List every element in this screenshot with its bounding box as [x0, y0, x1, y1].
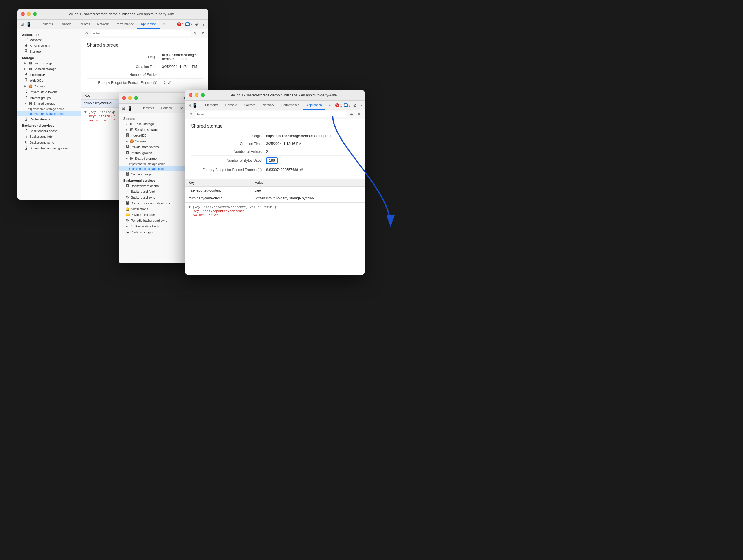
sidebar-bg-fetch[interactable]: ↑ Background fetch	[17, 134, 81, 139]
section-app-label-1: Application	[17, 31, 81, 37]
sidebar-service-workers[interactable]: ⚙ Service workers	[17, 43, 81, 49]
sidebar-shared-storage-url2-2[interactable]: https://shared-storage-demo-	[119, 166, 185, 171]
toolbar-tabs-3: Elements Console Sources Network Perform…	[202, 101, 334, 110]
tab-application-3[interactable]: Application	[303, 101, 325, 110]
sidebar-push-messaging-2[interactable]: ☁ Push messaging	[119, 229, 185, 235]
sidebar-cache-storage-2[interactable]: 🗄 Cache storage	[119, 171, 185, 177]
sidebar-shared-storage-parent[interactable]: ▼ 🗄 Shared storage	[17, 101, 81, 106]
sidebar-shared-storage-url1-2[interactable]: https://shared-storage-demo-	[119, 162, 185, 166]
sidebar-cache-storage[interactable]: 🗄 Cache storage	[17, 116, 81, 122]
tab-performance-3[interactable]: Performance	[278, 101, 303, 110]
sidebar-cookies-2[interactable]: ▶ 🍪 Cookies	[119, 138, 185, 144]
sidebar-shared-storage-1[interactable]: https://shared-storage-demo-	[17, 106, 81, 112]
entries-value-3: 2	[266, 149, 268, 154]
sidebar-cookies[interactable]: ▶ 🍪 Cookies	[17, 83, 81, 89]
sidebar-manifest[interactable]: 📄 Manifest	[17, 37, 81, 43]
origin-label-1: Origin	[87, 55, 162, 59]
tab-console-3[interactable]: Console	[222, 101, 241, 110]
entropy-reset-button-3[interactable]: ↺	[300, 168, 303, 172]
refresh-button-3[interactable]: ↻	[187, 111, 194, 118]
select-tool-icon-2[interactable]: ⊡	[121, 105, 126, 111]
sidebar-speculative-loads-2[interactable]: ▶ ↑ Speculative loads	[119, 223, 185, 229]
filter-input-3[interactable]	[195, 111, 347, 118]
sidebar-bf-cache-2[interactable]: 🗄 Back/forward cache	[119, 183, 185, 189]
private-state-tokens-icon-2: 🗄	[126, 145, 130, 149]
tab-application[interactable]: Application	[137, 20, 160, 29]
entropy-reset-button-1[interactable]: ↺	[168, 80, 171, 85]
sidebar-bg-fetch-2[interactable]: ↑ Background fetch	[119, 189, 185, 195]
maximize-button-2[interactable]	[134, 96, 138, 100]
sidebar-bounce-tracking[interactable]: 🗄 Bounce tracking mitigations	[17, 145, 81, 151]
section-storage-label-2: Storage	[119, 115, 185, 121]
sidebar-interest-groups-2[interactable]: 🗄 Interest groups	[119, 150, 185, 156]
refresh-button-1[interactable]: ↻	[83, 30, 90, 37]
maximize-button-1[interactable]	[33, 12, 37, 16]
table-row-3-2[interactable]: third-party-write-demo written into thir…	[185, 195, 364, 202]
device-toolbar-icon[interactable]: 📱	[26, 22, 31, 27]
sidebar-payment-handler-2[interactable]: 💳 Payment handler	[119, 212, 185, 218]
clear-filter-button-3[interactable]: ⊘	[348, 111, 355, 118]
device-toolbar-icon-2[interactable]: 📱	[127, 105, 133, 111]
tab-more-3[interactable]: »	[325, 101, 334, 110]
minimize-button-3[interactable]	[195, 93, 199, 97]
close-button-1[interactable]	[21, 12, 25, 16]
sidebar-shared-storage-2[interactable]: https://shared-storage-demo-	[17, 112, 81, 116]
minimize-button-2[interactable]	[128, 96, 132, 100]
maximize-button-3[interactable]	[201, 93, 205, 97]
settings-icon-3[interactable]: ⚙	[352, 103, 357, 108]
sidebar-websql[interactable]: 🗄 Web SQL	[17, 78, 81, 83]
select-tool-icon[interactable]: ⊡	[20, 22, 25, 27]
tab-elements-3[interactable]: Elements	[202, 101, 222, 110]
sidebar-bounce-tracking-2[interactable]: 🗄 Bounce tracking mitigations	[119, 200, 185, 206]
more-options-icon-1[interactable]: ⋮	[201, 22, 206, 27]
sidebar-indexeddb[interactable]: 🗄 IndexedDB	[17, 72, 81, 78]
close-button-3[interactable]	[189, 93, 192, 97]
close-filter-button-3[interactable]: ✕	[356, 111, 362, 118]
sidebar-notifications-2[interactable]: 🔔 Notifications	[119, 206, 185, 212]
sidebar-session-storage-2[interactable]: ▶ ⊞ Session storage	[119, 127, 185, 133]
entropy-info-icon-1[interactable]: ℹ	[154, 81, 158, 85]
info-row-origin-3: Origin https://shared-storage-demo-conte…	[191, 132, 359, 140]
websql-icon: 🗄	[24, 78, 28, 83]
minimize-button-1[interactable]	[27, 12, 31, 16]
close-filter-button-1[interactable]: ✕	[200, 30, 206, 37]
sidebar-local-storage-2[interactable]: ▶ ⊞ Local storage	[119, 121, 185, 127]
tab-network[interactable]: Network	[94, 20, 112, 29]
sidebar-private-state-tokens[interactable]: 🗄 Private state tokens	[17, 89, 81, 95]
sidebar-bg-sync[interactable]: ↻ Background sync	[17, 139, 81, 145]
window-controls-1[interactable]	[21, 12, 37, 16]
sidebar-shared-storage-parent-2[interactable]: ▼ 🗄 Shared storage	[119, 156, 185, 162]
filter-input-1[interactable]	[91, 30, 191, 37]
tab-console-2[interactable]: Console	[158, 103, 176, 113]
window-controls-2[interactable]	[122, 96, 138, 100]
sidebar-bg-sync-2[interactable]: ↻ Background sync	[119, 195, 185, 200]
sidebar-periodic-bg-sync-2[interactable]: ↻ Periodic background sync	[119, 218, 185, 223]
sidebar-private-state-tokens-2[interactable]: 🗄 Private state tokens	[119, 144, 185, 150]
close-button-2[interactable]	[122, 96, 126, 100]
tab-performance[interactable]: Performance	[112, 20, 137, 29]
tab-sources-3[interactable]: Sources	[241, 101, 259, 110]
tab-more[interactable]: »	[160, 20, 169, 29]
sidebar-storage-link[interactable]: 🗄 Storage	[17, 49, 81, 54]
settings-icon-1[interactable]: ⚙	[194, 22, 199, 27]
tab-sources[interactable]: Sources	[75, 20, 93, 29]
table-row-3-1[interactable]: has-reported-content true	[185, 187, 364, 195]
bf-cache-icon-2: 🗄	[126, 184, 130, 188]
sidebar-local-storage[interactable]: ▶ ⊞ Local storage	[17, 60, 81, 66]
entropy-info-icon-3[interactable]: ℹ	[258, 168, 262, 172]
more-options-icon-3[interactable]: ⋮	[359, 103, 364, 108]
tab-elements[interactable]: Elements	[36, 20, 56, 29]
devtools-window-3[interactable]: DevTools - shared-storage-demo-publisher…	[185, 90, 364, 275]
sidebar-session-storage[interactable]: ▶ ⊞ Session storage	[17, 66, 81, 72]
sidebar-bf-cache[interactable]: 🗄 Back/forward cache	[17, 128, 81, 134]
sidebar-interest-groups[interactable]: 🗄 Interest groups	[17, 95, 81, 101]
clear-filter-button-1[interactable]: ⊘	[192, 30, 199, 37]
device-toolbar-icon-3[interactable]: 📱	[192, 103, 197, 108]
tab-network-3[interactable]: Network	[259, 101, 278, 110]
select-tool-icon-3[interactable]: ⊡	[187, 103, 191, 108]
sidebar-indexeddb-2[interactable]: 🗄 IndexedDB	[119, 133, 185, 138]
creation-value-3: 3/25/2024, 1:13:16 PM	[266, 142, 301, 146]
tab-elements-2[interactable]: Elements	[137, 103, 158, 113]
window-controls-3[interactable]	[189, 93, 205, 97]
tab-console[interactable]: Console	[56, 20, 75, 29]
